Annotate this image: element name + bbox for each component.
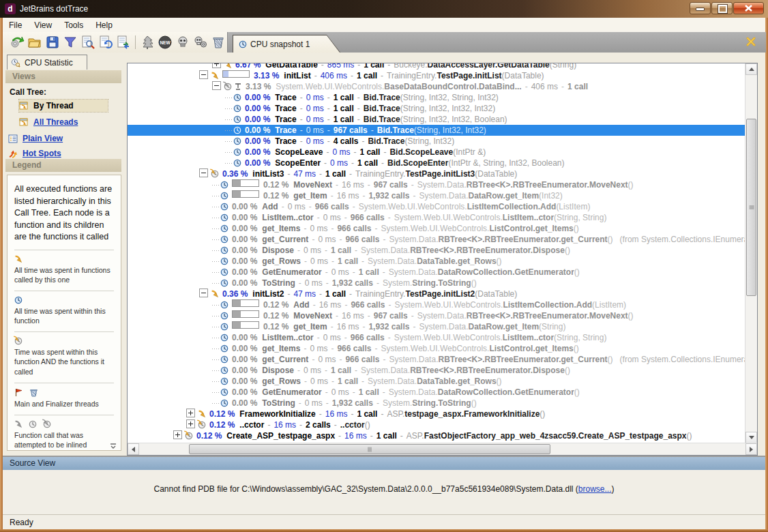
menu-help[interactable]: Help — [89, 19, 119, 31]
horizontal-scroll-thumb[interactable] — [189, 444, 550, 454]
sidebar-item-plain-view[interactable]: Plain View — [8, 132, 97, 145]
collapse-icon[interactable] — [199, 70, 208, 79]
tree-row[interactable]: 0.00 %get_Rows-0 ms-1 call-System.Data.D… — [128, 256, 745, 267]
collapse-icon[interactable] — [199, 168, 208, 177]
kill-process-icon[interactable] — [175, 34, 191, 50]
legend-item: Time was spent within this function AND … — [14, 337, 115, 376]
tree-connector — [212, 376, 220, 387]
expand-icon[interactable] — [186, 419, 195, 428]
tree-row[interactable]: 0.12 %MoveNext-16 ms-967 calls-System.Da… — [128, 179, 745, 190]
sidebar-item-hot-spots[interactable]: Hot Spots — [8, 147, 97, 160]
time-percent: 0.00 % — [245, 136, 270, 146]
tree-row[interactable]: 0.00 %Trace-0 ms-1 call-Bid.Trace(String… — [128, 92, 745, 103]
export-snapshot-icon[interactable] — [115, 34, 132, 50]
tree-row[interactable]: 0.00 %ScopeLeave-0 ms-1 call-Bid.ScopeLe… — [128, 147, 745, 158]
tree-row[interactable]: 0.00 %get_Current-0 ms-966 calls-System.… — [128, 234, 745, 245]
tree-row[interactable]: 0.12 %Create_ASP_testpage_aspx-16 ms-1 c… — [128, 430, 745, 441]
scroll-left-button[interactable] — [128, 443, 139, 455]
delete-snapshot-icon[interactable] — [210, 34, 226, 50]
run-icon[interactable] — [9, 34, 25, 50]
time-ms: 16 ms — [319, 300, 342, 310]
tree-row[interactable]: 0.00 %get_Current-0 ms-966 calls-System.… — [128, 354, 745, 365]
namespace: System.Data. — [368, 376, 417, 386]
function-signature: Bid.Trace — [377, 125, 414, 135]
time-ms: 0 ms — [305, 278, 323, 288]
tree-row[interactable]: 0.00 %Dispose-0 ms-1 call-System.Data.RB… — [128, 365, 745, 376]
sidebar-item-all-threads[interactable]: All Threads — [19, 116, 108, 128]
function-signature: Bid.Trace — [364, 104, 400, 113]
vertical-scroll-thumb[interactable] — [746, 119, 756, 296]
function-signature: RBTree<K>.RBTreeEnumerator.get_Current — [438, 235, 607, 244]
function-name: Create_ASP_testpage_aspx — [226, 431, 335, 441]
tree-row[interactable]: 0.00 %ToString-0 ms-1,932 calls-System.S… — [128, 398, 745, 409]
toolbar-separator — [135, 35, 136, 49]
scroll-down-button[interactable] — [745, 432, 757, 443]
save-icon[interactable] — [44, 34, 61, 50]
collapse-icon[interactable] — [199, 289, 208, 297]
separator: - — [327, 125, 330, 135]
time-percent: 0.36 % — [222, 169, 248, 179]
tree-row[interactable]: 0.00 %ScopeEnter-0 ms-1 call-Bid.ScopeEn… — [128, 158, 745, 168]
tree-row[interactable]: 0.12 %get_Item-16 ms-1,932 calls-System.… — [128, 190, 745, 201]
time-percent: 0.00 % — [232, 278, 257, 288]
namespace: ASP. — [407, 431, 424, 441]
tree-row-selected[interactable]: 0.00 %Trace-0 ms-967 calls-Bid.Trace(Str… — [128, 125, 745, 136]
tree-row[interactable]: 0.00 %Dispose-0 ms-1 call-System.Data.RB… — [128, 245, 745, 256]
expand-icon[interactable] — [173, 430, 182, 439]
tree-icon[interactable] — [139, 34, 156, 50]
tree-row[interactable]: 0.12 %..cctor-16 ms-2 calls-..cctor() — [128, 419, 745, 430]
horizontal-scrollbar[interactable] — [128, 443, 757, 455]
tree-row[interactable]: 0.00 %Trace-0 ms-1 call-Bid.Trace(String… — [128, 103, 745, 114]
clock-icon — [220, 388, 228, 396]
tree-row[interactable]: 0.12 %MoveNext-16 ms-967 calls-System.Da… — [128, 310, 745, 321]
menu-view[interactable]: View — [28, 19, 58, 31]
tree-row[interactable]: 0.00 %ListItem..ctor-0 ms-966 calls-Syst… — [128, 332, 745, 343]
tab-cpu-snapshot[interactable]: CPU snapshot 1 — [233, 35, 340, 53]
tree-row[interactable]: 0.00 %Add-0 ms-966 calls-System.Web.UI.W… — [128, 201, 745, 212]
tree-row[interactable]: 0.00 %get_Items-0 ms-966 calls-System.We… — [128, 223, 745, 234]
tab-cpu-statistic[interactable]: CPU Statistic — [7, 55, 87, 70]
open-folder-icon[interactable] — [27, 34, 43, 50]
expand-icon[interactable] — [212, 63, 221, 68]
menu-file[interactable]: File — [3, 19, 28, 31]
sidebar-item-label: Hot Spots — [23, 149, 61, 158]
title-bar[interactable]: d JetBrains dotTrace — [0, 0, 768, 18]
refresh-snapshot-icon[interactable] — [98, 34, 114, 50]
minimize-button[interactable] — [690, 2, 711, 14]
tree-row[interactable]: 0.00 %Trace-0 ms-1 call-Bid.Trace(String… — [128, 114, 745, 125]
function-args: (String, Int32) — [404, 136, 454, 146]
find-code-icon[interactable] — [80, 34, 96, 50]
tree-row[interactable]: 0.00 %ToString-0 ms-1,932 calls-System.S… — [128, 278, 745, 289]
tree-row[interactable]: 0.12 %Add-16 ms-966 calls-System.Web.UI.… — [128, 299, 745, 310]
whats-new-icon[interactable]: NEW — [157, 34, 173, 50]
tree-row[interactable]: 0.12 %get_Item-16 ms-1,932 calls-System.… — [128, 321, 745, 332]
function-name: Dispose — [262, 366, 294, 375]
tree-row[interactable]: 0.12 %FrameworkInitialize-16 ms-1 call-A… — [128, 409, 745, 419]
tree-row[interactable]: 0.36 %initList2-47 ms-1 call-TrainingEnt… — [128, 289, 745, 299]
maximize-button[interactable] — [711, 2, 733, 14]
scroll-more-chevron-icon[interactable] — [109, 442, 117, 450]
time-ms: 0 ms — [331, 267, 349, 277]
tree-row[interactable]: 0.36 %initList3-47 ms-1 call-TrainingEnt… — [128, 168, 745, 179]
tree-row[interactable]: 0.00 %get_Rows-0 ms-1 call-System.Data.D… — [128, 376, 745, 387]
browse-link[interactable]: browse... — [578, 484, 612, 494]
sidebar-item-by-thread[interactable]: By Thread — [19, 100, 108, 112]
tree-row[interactable]: 3.13 %System.Web.UI.WebControls.BaseData… — [128, 81, 745, 92]
close-button[interactable] — [733, 2, 764, 14]
menu-tools[interactable]: Tools — [58, 19, 89, 31]
tree-row[interactable]: 0.00 %Trace-0 ms-4 calls-Bid.Trace(Strin… — [128, 136, 745, 147]
tree-row[interactable]: 0.00 %GetEnumerator-0 ms-1 call-System.D… — [128, 267, 745, 278]
tree-row[interactable]: 0.00 %get_Items-0 ms-966 calls-System.We… — [128, 343, 745, 354]
expand-icon[interactable] — [186, 409, 195, 417]
scroll-right-button[interactable] — [745, 443, 757, 455]
tree-row[interactable]: 6.67 %GetDataTable-865 ms-1 call-Buckeye… — [128, 63, 745, 70]
tree-row[interactable]: 0.00 %GetEnumerator-0 ms-1 call-System.D… — [128, 387, 745, 398]
scroll-up-button[interactable] — [745, 63, 757, 75]
kill-all-icon[interactable] — [192, 34, 209, 50]
collapse-icon[interactable] — [212, 81, 221, 90]
tree-row[interactable]: 0.00 %ListItem..ctor-0 ms-966 calls-Syst… — [128, 212, 745, 223]
filter-icon[interactable] — [62, 34, 78, 50]
close-tab-icon[interactable] — [745, 36, 756, 47]
vertical-scrollbar[interactable] — [745, 63, 757, 443]
tree-row[interactable]: 3.13 %initList-406 ms-1 call-TrainingEnt… — [128, 70, 745, 81]
